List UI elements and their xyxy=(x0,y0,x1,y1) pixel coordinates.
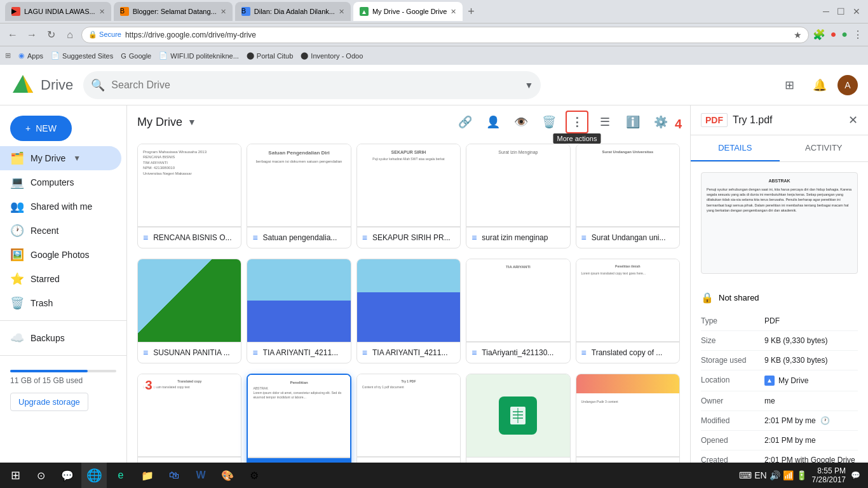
taskbar-word[interactable]: W xyxy=(188,463,214,488)
profile-icon[interactable]: ● xyxy=(831,29,837,41)
browser-tab-1[interactable]: ▶ LAGU INDIA LAWAS... ✕ xyxy=(5,2,111,21)
file-card-susunan[interactable]: ≡ SUSUNAN PANITIA ... xyxy=(137,259,241,363)
more-actions-button[interactable]: ⋮ More actions xyxy=(566,111,588,133)
preview-button[interactable]: 👁️ xyxy=(510,111,532,133)
bookmark-apps[interactable]: ◉ Apps xyxy=(18,51,43,60)
forward-button[interactable]: → xyxy=(24,29,39,41)
file-name-tia2: TIA ARIYANTI_4211... xyxy=(372,348,455,357)
bookmark-wifi[interactable]: 📄 WIFI.ID politeknikne... xyxy=(159,51,239,60)
search-icon: 🔍 xyxy=(91,78,105,92)
search-input[interactable] xyxy=(83,71,541,99)
sidebar-item-computers[interactable]: 💻 Computers xyxy=(0,170,121,194)
tab-activity[interactable]: ACTIVITY xyxy=(780,135,869,161)
tab-details[interactable]: DETAILS xyxy=(691,135,780,161)
search-dropdown-icon[interactable]: ▼ xyxy=(524,80,533,90)
close-browser-button[interactable]: ✕ xyxy=(853,6,860,17)
sidebar-item-recent[interactable]: 🕐 Recent xyxy=(0,219,121,243)
taskbar-network-icon[interactable]: 📶 xyxy=(783,470,794,480)
sidebar-item-backups[interactable]: ☁️ Backups xyxy=(0,326,121,350)
apps-grid-button[interactable]: ⊞ xyxy=(776,72,802,98)
file-card-satuan[interactable]: Satuan Pengendalian Diri berbagai macam … xyxy=(247,144,351,248)
action-center-icon[interactable]: 💬 xyxy=(851,471,860,480)
taskbar-paint[interactable]: 🎨 xyxy=(215,463,240,488)
file-card-translated-copy[interactable]: Penelitian ilmiah Lorem ipsum translated… xyxy=(576,259,680,363)
delete-button[interactable]: 🗑️ xyxy=(538,111,560,133)
back-button[interactable]: ← xyxy=(5,29,20,41)
green-circle-icon[interactable]: ● xyxy=(841,29,848,41)
panel-header: PDF Try 1.pdf ✕ xyxy=(691,105,868,135)
sidebar-item-starred[interactable]: ⭐ Starred xyxy=(0,267,121,291)
home-button[interactable]: ⌂ xyxy=(62,29,78,41)
maximize-button[interactable]: ☐ xyxy=(837,6,845,17)
tab-close-2[interactable]: ✕ xyxy=(220,8,226,16)
add-person-button[interactable]: 👤 xyxy=(482,111,505,133)
address-bar[interactable]: 🔒 Secure https://drive.google.com/drive/… xyxy=(81,27,809,43)
taskbar-search[interactable]: ⊙ xyxy=(28,463,53,488)
file-card-tiaariyanti[interactable]: TIA ARIYANTI ≡ TiaAriyanti_421130... xyxy=(466,259,570,363)
detail-row-type: Type PDF xyxy=(701,311,858,331)
detail-label-opened: Opened xyxy=(701,436,764,445)
taskbar-chrome[interactable]: 🌐 xyxy=(81,463,107,488)
new-button[interactable]: + NEW xyxy=(10,116,72,141)
bookmark-google[interactable]: G Google xyxy=(121,52,151,60)
file-card-surat-izin[interactable]: Surat Izin Menginap ≡ surat izin mengina… xyxy=(466,144,570,248)
tab-close-4[interactable]: ✕ xyxy=(451,8,456,16)
search-bar[interactable]: 🔍 ▼ xyxy=(83,71,541,99)
notifications-button[interactable]: 🔔 xyxy=(807,72,832,98)
bookmark-suggested[interactable]: 📄 Suggested Sites xyxy=(51,51,113,60)
sidebar-item-trash[interactable]: 🗑️ Trash xyxy=(0,291,121,315)
file-card-tia1[interactable]: ≡ TIA ARIYANTI_4211... xyxy=(247,259,351,363)
apps-icon[interactable]: ⊞ xyxy=(5,51,11,60)
new-tab-button[interactable]: + xyxy=(468,5,475,18)
taskbar-folder[interactable]: 📁 xyxy=(135,463,160,488)
backups-label: Backups xyxy=(31,333,65,343)
panel-title: Try 1.pdf xyxy=(733,114,848,126)
word-icon: W xyxy=(196,470,205,481)
address-star[interactable]: ★ xyxy=(794,30,802,40)
file-card-sekapur[interactable]: SEKAPUR SIRIH Puji syukur kehadirat Alla… xyxy=(356,144,461,248)
file-card-rencana[interactable]: Program Mahasiswa Wirausaha 2013RENCANA … xyxy=(137,144,241,248)
tab-close-3[interactable]: ✕ xyxy=(339,8,344,16)
bookmarks-bar: ⊞ ◉ Apps 📄 Suggested Sites G Google 📄 WI… xyxy=(0,46,868,65)
browser-tab-3[interactable]: B Dilan: Dia Adalah Dilank... ✕ xyxy=(235,2,351,21)
file-card-tia2[interactable]: ≡ TIA ARIYANTI_4211... xyxy=(356,259,461,363)
doc-icon-surat-izin: ≡ xyxy=(471,233,477,243)
link-button[interactable]: 🔗 xyxy=(454,111,477,133)
refresh-button[interactable]: ↻ xyxy=(43,29,58,41)
sidebar-item-my-drive[interactable]: 🗂️ My Drive ▼ xyxy=(0,146,121,170)
doc-icon-tiaariyanti: ≡ xyxy=(471,348,477,358)
tab-favicon-4: ▲ xyxy=(360,7,369,16)
doc-icon-sekapur: ≡ xyxy=(362,233,367,243)
file-area-header: My Drive ▼ 🔗 👤 👁️ 🗑️ ⋮ More actions ☰ ℹ️… xyxy=(127,105,690,139)
tab-close-1[interactable]: ✕ xyxy=(99,8,105,16)
browser-tab-4[interactable]: ▲ My Drive - Google Drive ✕ xyxy=(353,2,463,21)
detail-row-storage: Storage used 9 KB (9,330 bytes) xyxy=(701,351,858,370)
list-view-button[interactable]: ☰ xyxy=(593,111,616,133)
taskbar-edge[interactable]: e xyxy=(108,463,133,488)
taskbar-cortana[interactable]: 💬 xyxy=(55,463,80,488)
upgrade-button[interactable]: Upgrade storage xyxy=(10,393,88,411)
drive-logo-icon xyxy=(10,72,36,98)
panel-close-button[interactable]: ✕ xyxy=(848,113,858,127)
bookmark-inventory[interactable]: ⬤ Inventory - Odoo xyxy=(301,51,363,60)
info-button[interactable]: ℹ️ xyxy=(621,111,644,133)
backups-icon: ☁️ xyxy=(10,331,23,345)
doc-preview-sekapur: SEKAPUR SIRIH Puji syukur kehadirat Alla… xyxy=(357,144,460,227)
browser-tab-2[interactable]: B Blogger: Selamat Datang... ✕ xyxy=(114,2,233,21)
taskbar-volume-icon[interactable]: 🔊 xyxy=(770,470,780,480)
my-drive-chevron: ▼ xyxy=(73,154,81,163)
bookmark-portal[interactable]: ⬤ Portal Citub xyxy=(247,51,293,60)
sidebar-item-shared[interactable]: 👥 Shared with me xyxy=(0,194,121,219)
sidebar-item-photos[interactable]: 🖼️ Google Photos xyxy=(0,243,121,267)
title-chevron[interactable]: ▼ xyxy=(187,117,196,127)
avatar[interactable]: A xyxy=(837,75,858,95)
minimize-button[interactable]: ─ xyxy=(823,6,829,17)
file-card-surat-undangan[interactable]: Surat Undangan Universitas ≡ Surat Undan… xyxy=(576,144,680,248)
extensions-icon[interactable]: 🧩 xyxy=(813,29,825,41)
start-button[interactable]: ⊞ xyxy=(3,463,28,488)
taskbar-app2[interactable]: ⚙ xyxy=(241,463,267,488)
browser-menu[interactable]: ⋮ xyxy=(853,29,863,41)
taskbar-store[interactable]: 🛍 xyxy=(161,463,187,488)
settings-button[interactable]: ⚙️ xyxy=(649,111,672,133)
file-preview-translated-copy: Penelitian ilmiah Lorem ipsum translated… xyxy=(576,259,679,342)
